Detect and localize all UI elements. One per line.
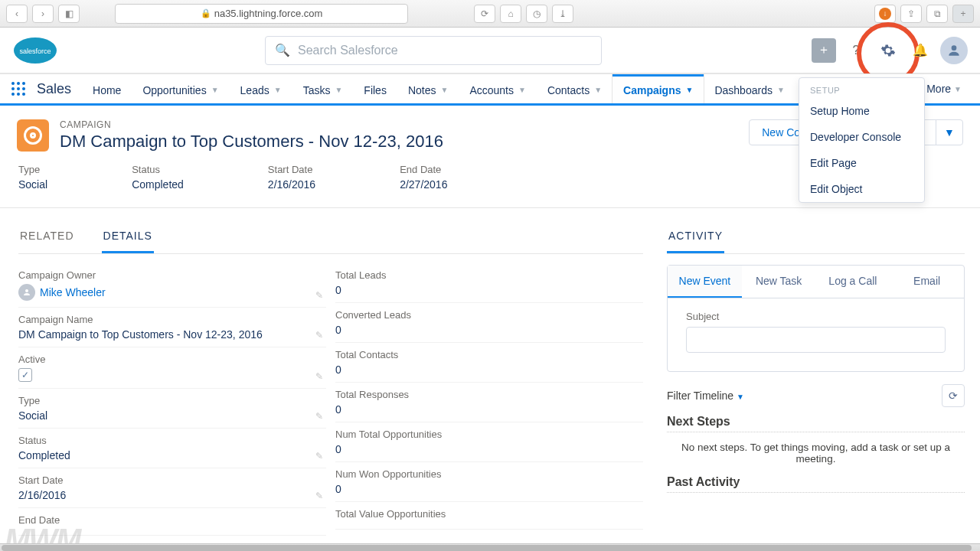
activity-tab-new-task[interactable]: New Task <box>742 266 816 298</box>
global-add-button[interactable]: ＋ <box>812 38 836 63</box>
nav-notes[interactable]: Notes▼ <box>397 74 459 103</box>
activity-tab-log-a-call[interactable]: Log a Call <box>816 266 890 298</box>
activity-tab-new-event[interactable]: New Event <box>668 266 742 298</box>
global-search[interactable]: 🔍 Search Salesforce <box>265 36 602 65</box>
edit-pencil-icon[interactable]: ✎ <box>315 330 323 341</box>
downloads-button[interactable]: ⤓ <box>552 5 573 23</box>
past-activity-heading: Past Activity <box>667 475 965 493</box>
chevron-down-icon: ▼ <box>737 393 744 401</box>
setup-menu-header: SETUP <box>799 78 924 98</box>
activity-column: ACTIVITY New EventNew TaskLog a CallEmai… <box>658 208 980 551</box>
share-button[interactable]: ⇪ <box>900 5 922 23</box>
nav-opportunities[interactable]: Opportunities▼ <box>132 74 229 103</box>
edit-pencil-icon[interactable]: ✎ <box>315 451 323 461</box>
more-actions-button[interactable]: ▼ <box>936 119 963 145</box>
notifications-icon[interactable]: 🔔 <box>908 38 933 63</box>
chevron-down-icon: ▼ <box>594 86 602 94</box>
person-icon <box>18 284 35 301</box>
setup-setup-home[interactable]: Setup Home <box>799 98 924 124</box>
subject-label: Subject <box>686 311 946 322</box>
svg-point-4 <box>17 82 20 85</box>
setup-developer-console[interactable]: Developer Console <box>799 124 924 150</box>
chevron-down-icon: ▼ <box>518 86 526 94</box>
reload-button[interactable]: ⟳ <box>474 5 495 23</box>
help-icon[interactable]: ? <box>844 38 868 63</box>
setup-menu: SETUP Setup HomeDeveloper ConsoleEdit Pa… <box>799 77 925 203</box>
chevron-down-icon: ▼ <box>274 86 282 94</box>
edit-pencil-icon[interactable]: ✎ <box>315 371 323 382</box>
record-title: DM Campaign to Top Customers - Nov 12-23… <box>60 132 443 152</box>
field-num-won-opportunities: Num Won Opportunities0 <box>335 462 643 502</box>
back-button[interactable]: ‹ <box>6 5 28 23</box>
field-campaign-name: Campaign NameDM Campaign to Top Customer… <box>18 308 326 347</box>
horizontal-scrollbar[interactable] <box>0 543 980 551</box>
edit-pencil-icon[interactable]: ✎ <box>315 411 323 422</box>
browser-toolbar: ‹ › ◧ 🔒 na35.lightning.force.com ⟳ ⌂ ◷ ⤓… <box>0 0 980 28</box>
history-button[interactable]: ◷ <box>526 5 547 23</box>
svg-text:salesforce: salesforce <box>19 47 51 55</box>
svg-point-2 <box>952 45 957 51</box>
nav-campaigns[interactable]: Campaigns▼ <box>612 74 704 103</box>
activity-composer: New EventNew TaskLog a CallEmail Subject <box>667 265 965 372</box>
tab-details[interactable]: DETAILS <box>102 222 154 253</box>
nav-dashboards[interactable]: Dashboards▼ <box>704 74 795 103</box>
chevron-down-icon: ▼ <box>440 86 448 94</box>
setup-gear-icon[interactable] <box>876 38 900 63</box>
field-total-value-opportunities: Total Value Opportunities <box>335 502 643 530</box>
main-column: RELATED DETAILS Campaign OwnerMike Wheel… <box>0 208 658 551</box>
next-steps-empty: No next steps. To get things moving, add… <box>667 437 965 469</box>
svg-point-6 <box>11 87 15 90</box>
highlight-start-date: Start Date2/16/2016 <box>268 164 315 191</box>
svg-point-12 <box>25 289 28 292</box>
field-converted-leads: Converted Leads0 <box>335 303 643 343</box>
sidebar-toggle[interactable]: ◧ <box>58 5 80 23</box>
highlight-status: StatusCompleted <box>132 164 184 191</box>
svg-point-3 <box>11 82 15 85</box>
nav-files[interactable]: Files <box>353 74 397 103</box>
url-bar[interactable]: 🔒 na35.lightning.force.com <box>115 4 408 24</box>
extension-icon[interactable]: ↓ <box>874 5 896 23</box>
change-owner-icon[interactable]: ✎ <box>315 290 323 301</box>
app-launcher-icon[interactable] <box>8 78 29 99</box>
forward-button[interactable]: › <box>32 5 54 23</box>
svg-point-8 <box>22 87 25 90</box>
url-text: na35.lightning.force.com <box>214 8 323 19</box>
nav-tasks[interactable]: Tasks▼ <box>292 74 354 103</box>
filter-timeline[interactable]: Filter Timeline ▼ <box>667 390 744 402</box>
activity-tab[interactable]: ACTIVITY <box>667 222 724 253</box>
field-status: StatusCompleted✎ <box>18 429 326 468</box>
field-total-contacts: Total Contacts0 <box>335 343 643 383</box>
edit-pencil-icon[interactable]: ✎ <box>315 491 323 501</box>
salesforce-logo: salesforce <box>12 35 58 66</box>
nav-leads[interactable]: Leads▼ <box>230 74 292 103</box>
app-header: salesforce 🔍 Search Salesforce ＋ ? 🔔 <box>0 28 980 73</box>
subject-input[interactable] <box>686 327 946 353</box>
field-num-total-opportunities: Num Total Opportunities0 <box>335 422 643 462</box>
tabs-button[interactable]: ⧉ <box>926 5 948 23</box>
search-placeholder: Search Salesforce <box>298 44 398 57</box>
chevron-down-icon: ▼ <box>686 86 694 94</box>
tab-related[interactable]: RELATED <box>18 222 76 253</box>
setup-edit-object[interactable]: Edit Object <box>799 176 924 202</box>
object-label: CAMPAIGN <box>60 119 443 130</box>
nav-home[interactable]: Home <box>82 74 132 103</box>
primary-nav: Sales HomeOpportunities▼Leads▼Tasks▼File… <box>0 73 980 106</box>
user-avatar[interactable] <box>940 37 968 64</box>
nav-contacts[interactable]: Contacts▼ <box>537 74 612 103</box>
svg-point-5 <box>22 82 25 85</box>
highlight-type: TypeSocial <box>18 164 47 191</box>
home-button[interactable]: ⌂ <box>500 5 521 23</box>
field-total-leads: Total Leads0 <box>335 263 643 303</box>
refresh-timeline-button[interactable]: ⟳ <box>942 384 965 407</box>
active-checkbox: ✓ <box>18 368 32 382</box>
new-tab-button[interactable]: + <box>952 5 974 23</box>
campaign-object-icon <box>17 119 49 152</box>
next-steps-heading: Next Steps <box>667 415 965 432</box>
highlight-end-date: End Date2/27/2016 <box>400 164 447 191</box>
chevron-down-icon: ▼ <box>211 86 219 94</box>
field-type: TypeSocial✎ <box>18 389 326 429</box>
nav-accounts[interactable]: Accounts▼ <box>459 74 537 103</box>
setup-edit-page[interactable]: Edit Page <box>799 150 924 176</box>
activity-tab-email[interactable]: Email <box>890 266 964 298</box>
field-active: Active✓✎ <box>18 347 326 389</box>
